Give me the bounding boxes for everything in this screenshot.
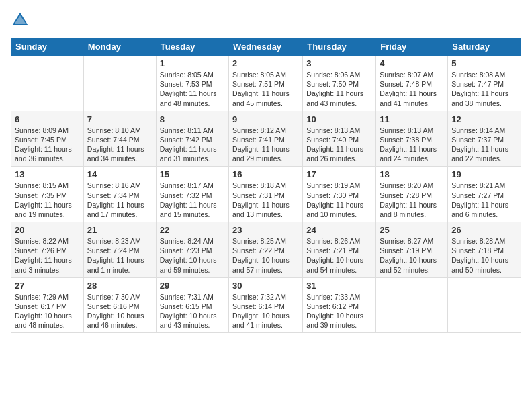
calendar-cell: 12Sunrise: 8:14 AMSunset: 7:37 PMDayligh… <box>448 111 521 167</box>
day-info: Sunrise: 7:33 AM <box>306 292 372 302</box>
day-info: Sunset: 7:51 PM <box>232 79 299 89</box>
day-number: 13 <box>15 169 80 179</box>
day-info: Sunset: 7:21 PM <box>306 246 372 255</box>
calendar-week-row: 20Sunrise: 8:22 AMSunset: 7:26 PMDayligh… <box>11 222 521 278</box>
page-header <box>11 11 521 30</box>
calendar-cell: 4Sunrise: 8:07 AMSunset: 7:48 PMDaylight… <box>376 56 448 111</box>
day-number: 28 <box>87 281 152 291</box>
calendar-cell: 15Sunrise: 8:17 AMSunset: 7:32 PMDayligh… <box>156 167 228 222</box>
day-number: 31 <box>306 281 372 291</box>
day-info: Daylight: 11 hours and 15 minutes. <box>160 200 225 219</box>
calendar-cell: 19Sunrise: 8:21 AMSunset: 7:27 PMDayligh… <box>448 167 521 222</box>
day-info: Sunrise: 8:20 AM <box>380 181 444 190</box>
day-number: 27 <box>15 281 80 291</box>
day-info: Daylight: 10 hours and 57 minutes. <box>232 255 299 274</box>
day-info: Daylight: 11 hours and 48 minutes. <box>160 89 225 107</box>
day-number: 6 <box>15 114 80 124</box>
day-number: 16 <box>232 169 299 179</box>
day-number: 3 <box>306 58 372 68</box>
day-header-wednesday: Wednesday <box>229 38 303 56</box>
calendar-cell: 10Sunrise: 8:13 AMSunset: 7:40 PMDayligh… <box>303 111 376 167</box>
day-info: Sunset: 7:50 PM <box>306 79 372 89</box>
day-number: 24 <box>306 225 372 235</box>
day-number: 21 <box>87 225 152 235</box>
day-info: Daylight: 10 hours and 52 minutes. <box>380 255 444 274</box>
day-info: Daylight: 11 hours and 29 minutes. <box>232 144 299 163</box>
calendar-cell: 1Sunrise: 8:05 AMSunset: 7:53 PMDaylight… <box>156 56 228 111</box>
calendar-cell: 22Sunrise: 8:24 AMSunset: 7:23 PMDayligh… <box>156 222 228 278</box>
day-number: 20 <box>15 225 80 235</box>
day-info: Sunrise: 8:14 AM <box>451 126 517 135</box>
logo-icon <box>11 11 30 30</box>
day-number: 8 <box>160 114 225 124</box>
day-info: Sunset: 7:40 PM <box>306 135 372 144</box>
day-info: Sunset: 6:16 PM <box>87 302 152 311</box>
day-info: Sunrise: 8:23 AM <box>87 236 152 246</box>
calendar-cell: 7Sunrise: 8:10 AMSunset: 7:44 PMDaylight… <box>83 111 156 167</box>
day-info: Sunset: 6:17 PM <box>15 302 80 311</box>
day-info: Sunset: 7:22 PM <box>232 246 299 255</box>
day-info: Sunrise: 8:09 AM <box>15 126 80 135</box>
day-info: Sunrise: 8:13 AM <box>380 126 444 135</box>
day-header-sunday: Sunday <box>11 38 84 56</box>
day-number: 30 <box>232 281 299 291</box>
calendar-cell: 20Sunrise: 8:22 AMSunset: 7:26 PMDayligh… <box>11 222 84 278</box>
day-number: 26 <box>451 225 517 235</box>
calendar-cell: 5Sunrise: 8:08 AMSunset: 7:47 PMDaylight… <box>448 56 521 111</box>
day-info: Sunrise: 7:30 AM <box>87 292 152 302</box>
day-info: Sunset: 7:44 PM <box>87 135 152 144</box>
day-info: Sunrise: 8:16 AM <box>87 181 152 190</box>
day-header-tuesday: Tuesday <box>156 38 228 56</box>
day-info: Sunset: 7:26 PM <box>15 246 80 255</box>
day-header-monday: Monday <box>83 38 156 56</box>
calendar-week-row: 27Sunrise: 7:29 AMSunset: 6:17 PMDayligh… <box>11 277 521 333</box>
day-info: Sunrise: 8:08 AM <box>451 70 517 79</box>
day-info: Sunrise: 8:27 AM <box>380 236 444 246</box>
day-info: Sunset: 7:53 PM <box>160 79 225 89</box>
day-header-saturday: Saturday <box>448 38 521 56</box>
day-info: Daylight: 11 hours and 45 minutes. <box>232 89 299 107</box>
day-info: Sunrise: 8:10 AM <box>87 126 152 135</box>
day-info: Sunset: 7:18 PM <box>451 246 517 255</box>
calendar-cell: 25Sunrise: 8:27 AMSunset: 7:19 PMDayligh… <box>376 222 448 278</box>
day-info: Sunrise: 8:17 AM <box>160 181 225 190</box>
calendar-cell: 31Sunrise: 7:33 AMSunset: 6:12 PMDayligh… <box>303 277 376 333</box>
calendar-week-row: 1Sunrise: 8:05 AMSunset: 7:53 PMDaylight… <box>11 56 521 111</box>
day-info: Sunrise: 7:29 AM <box>15 292 80 302</box>
day-number: 4 <box>380 58 444 68</box>
day-info: Daylight: 11 hours and 36 minutes. <box>15 144 80 163</box>
day-info: Sunrise: 8:15 AM <box>15 181 80 190</box>
day-info: Daylight: 10 hours and 48 minutes. <box>15 311 80 330</box>
calendar-cell: 11Sunrise: 8:13 AMSunset: 7:38 PMDayligh… <box>376 111 448 167</box>
logo <box>11 11 32 30</box>
calendar-week-row: 13Sunrise: 8:15 AMSunset: 7:35 PMDayligh… <box>11 167 521 222</box>
calendar-cell: 18Sunrise: 8:20 AMSunset: 7:28 PMDayligh… <box>376 167 448 222</box>
calendar-cell <box>376 277 448 333</box>
day-info: Sunrise: 8:05 AM <box>160 70 225 79</box>
calendar-cell <box>11 56 84 111</box>
day-info: Sunset: 7:31 PM <box>232 191 299 200</box>
day-number: 14 <box>87 169 152 179</box>
calendar-cell: 14Sunrise: 8:16 AMSunset: 7:34 PMDayligh… <box>83 167 156 222</box>
day-number: 25 <box>380 225 444 235</box>
day-number: 12 <box>451 114 517 124</box>
day-info: Sunset: 7:47 PM <box>451 79 517 89</box>
calendar-cell: 2Sunrise: 8:05 AMSunset: 7:51 PMDaylight… <box>229 56 303 111</box>
calendar-cell: 13Sunrise: 8:15 AMSunset: 7:35 PMDayligh… <box>11 167 84 222</box>
calendar-header-row: SundayMondayTuesdayWednesdayThursdayFrid… <box>11 38 521 56</box>
calendar-cell: 28Sunrise: 7:30 AMSunset: 6:16 PMDayligh… <box>83 277 156 333</box>
day-info: Sunset: 7:37 PM <box>451 135 517 144</box>
day-info: Daylight: 11 hours and 19 minutes. <box>15 200 80 219</box>
day-number: 17 <box>306 169 372 179</box>
calendar-cell <box>448 277 521 333</box>
day-info: Sunset: 7:23 PM <box>160 246 225 255</box>
day-info: Daylight: 11 hours and 3 minutes. <box>15 255 80 274</box>
day-info: Sunrise: 8:26 AM <box>306 236 372 246</box>
calendar-table: SundayMondayTuesdayWednesdayThursdayFrid… <box>11 38 521 333</box>
day-info: Sunrise: 8:05 AM <box>232 70 299 79</box>
day-info: Daylight: 11 hours and 34 minutes. <box>87 144 152 163</box>
day-info: Sunset: 7:28 PM <box>380 191 444 200</box>
day-info: Sunrise: 8:28 AM <box>451 236 517 246</box>
day-info: Sunset: 6:15 PM <box>160 302 225 311</box>
day-info: Daylight: 11 hours and 41 minutes. <box>380 89 444 107</box>
